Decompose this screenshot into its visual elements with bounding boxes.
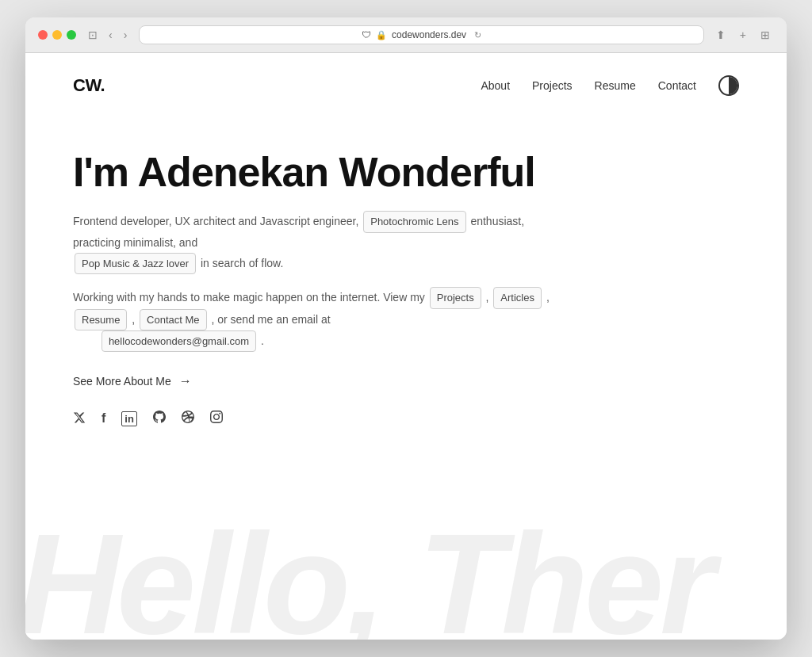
browser-window: ⊡ ‹ › 🛡 🔒 codewonders.dev ↻ ⬆ + ⊞ CW. Ab… (25, 17, 787, 640)
nav-links: About Projects Resume Contact (481, 75, 739, 96)
forward-button[interactable]: › (120, 27, 132, 43)
address-bar[interactable]: 🛡 🔒 codewonders.dev ↻ (139, 25, 703, 44)
email-link[interactable]: hellocodewonders@gmail.com (102, 330, 256, 352)
nav-projects[interactable]: Projects (532, 79, 573, 92)
link-articles[interactable]: Articles (493, 287, 542, 308)
navigation: CW. About Projects Resume Contact (25, 53, 787, 118)
see-more-text: See More About Me (73, 375, 171, 388)
hero-section: I'm Adenekan Wonderful Frontend develope… (25, 118, 787, 426)
browser-action-btns: ⬆ + ⊞ (712, 27, 774, 43)
desc1-pre: Frontend developer, UX architect and Jav… (73, 215, 358, 227)
hero-content: I'm Adenekan Wonderful Frontend develope… (73, 150, 739, 426)
nav-contact[interactable]: Contact (658, 79, 696, 92)
traffic-lights (38, 30, 76, 40)
url-text: codewonders.dev (392, 29, 466, 40)
linkedin-icon[interactable]: in (121, 411, 137, 426)
close-button[interactable] (38, 30, 48, 40)
arrow-right-icon: → (179, 374, 192, 388)
desc1-post: in search of flow. (201, 257, 283, 269)
see-more-link[interactable]: See More About Me → (73, 374, 739, 388)
desc2-mid: , or send me an email at (211, 313, 330, 326)
comma1: , (486, 291, 489, 304)
tabs-button[interactable]: ⊞ (756, 27, 774, 43)
dribbble-icon[interactable] (182, 411, 194, 426)
hero-description-2: Working with my hands to make magic happ… (73, 287, 588, 352)
back-button[interactable]: ‹ (105, 27, 117, 43)
hero-title: I'm Adenekan Wonderful (73, 150, 739, 195)
share-button[interactable]: ⬆ (712, 27, 730, 43)
tag-photochromic: Photochromic Lens (363, 211, 465, 232)
comma3: , (132, 313, 135, 326)
comma2: , (546, 291, 550, 304)
browser-controls: ⊡ ‹ › (84, 27, 131, 43)
tag-music: Pop Music & Jazz lover (75, 253, 196, 274)
link-contact-me[interactable]: Contact Me (140, 309, 206, 330)
instagram-icon[interactable] (210, 411, 223, 426)
nav-about[interactable]: About (481, 79, 510, 92)
facebook-icon[interactable]: f (102, 411, 105, 426)
nav-resume[interactable]: Resume (595, 79, 636, 92)
hero-description-1: Frontend developer, UX architect and Jav… (73, 211, 565, 274)
github-icon[interactable] (153, 411, 166, 426)
webpage: CW. About Projects Resume Contact I'm Ad… (25, 53, 787, 640)
site-logo[interactable]: CW. (73, 75, 105, 96)
sidebar-toggle[interactable]: ⊡ (84, 27, 102, 43)
theme-toggle-button[interactable] (718, 75, 739, 96)
shield-icon: 🛡 (362, 29, 371, 40)
desc2-pre: Working with my hands to make magic happ… (73, 291, 425, 304)
desc2-post: . (261, 334, 264, 347)
minimize-button[interactable] (52, 30, 62, 40)
link-resume[interactable]: Resume (75, 309, 127, 330)
theme-toggle-half (729, 77, 737, 94)
link-projects[interactable]: Projects (430, 287, 481, 308)
maximize-button[interactable] (67, 30, 76, 40)
background-decorative-text: Hello, Ther (25, 513, 711, 640)
refresh-icon: ↻ (474, 30, 481, 40)
twitter-icon[interactable] (73, 411, 86, 426)
new-tab-button[interactable]: + (736, 27, 750, 43)
lock-icon: 🔒 (376, 30, 387, 40)
social-icons: f in (73, 411, 739, 426)
browser-chrome: ⊡ ‹ › 🛡 🔒 codewonders.dev ↻ ⬆ + ⊞ (25, 17, 787, 53)
